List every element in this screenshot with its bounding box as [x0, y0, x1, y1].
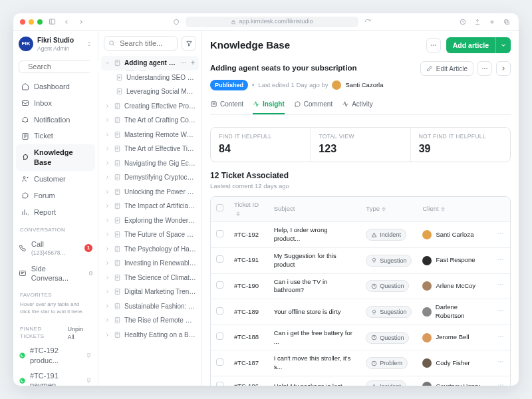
- row-more-icon[interactable]: [497, 229, 505, 237]
- tab-insight[interactable]: Insight: [253, 96, 285, 114]
- col-type[interactable]: Type: [360, 197, 417, 223]
- page-more[interactable]: [426, 38, 441, 53]
- tree-node[interactable]: The Rise of Remote Work: ...: [101, 313, 199, 328]
- tree-node[interactable]: The Impact of Artificial Inte...: [101, 199, 199, 213]
- tree-node[interactable]: Creating Effective Project...: [101, 99, 199, 114]
- file-icon: [114, 331, 121, 338]
- last-edited: Last edited 1 Day ago by: [258, 81, 328, 90]
- tree-search-input[interactable]: [118, 38, 173, 49]
- nav-inbox[interactable]: Inbox: [16, 95, 95, 112]
- nav-knowledge-base[interactable]: Knowledge Base: [16, 144, 95, 171]
- tree-node[interactable]: The Art of Crafting Compel...: [101, 113, 199, 128]
- unpin-icon[interactable]: [85, 377, 92, 384]
- tree-node[interactable]: Healthy Eating on a Budget...: [101, 328, 199, 342]
- file-icon: [114, 288, 121, 295]
- svg-rect-1: [232, 21, 235, 23]
- checkbox[interactable]: [216, 332, 223, 340]
- checkbox[interactable]: [216, 255, 223, 263]
- pinned-item[interactable]: #TC-192 produc...: [13, 343, 98, 368]
- row-more-icon[interactable]: [497, 281, 505, 289]
- filter-button[interactable]: [182, 36, 196, 51]
- nav-report[interactable]: Report: [16, 204, 95, 221]
- checkbox[interactable]: [216, 307, 223, 315]
- nav-forum[interactable]: Forum: [16, 188, 95, 204]
- row-more-icon[interactable]: [497, 307, 505, 315]
- unpin-all[interactable]: Unpin All: [68, 325, 91, 341]
- chevron-down-icon: [500, 42, 507, 49]
- article-more[interactable]: [477, 61, 492, 76]
- tree-node[interactable]: Investing in Renewable En...: [101, 256, 199, 271]
- tree-node[interactable]: Digital Marketing Trends fo...: [101, 285, 199, 299]
- tree-node[interactable]: The Science of Climate Ch...: [101, 271, 199, 285]
- reload-icon[interactable]: [362, 17, 373, 27]
- back-icon[interactable]: [61, 17, 72, 27]
- tree-node[interactable]: Unlocking the Power of Mi...: [101, 185, 199, 200]
- sidebar-toggle-icon[interactable]: [47, 17, 57, 27]
- table-row[interactable]: #TC-191My Suggestion for this productSug…: [211, 248, 510, 274]
- table-row[interactable]: #TC-192Help, I order wrong product...Inc…: [211, 222, 510, 248]
- nav-customer[interactable]: Customer: [16, 171, 95, 188]
- unpin-icon[interactable]: [85, 352, 92, 359]
- share-icon[interactable]: [458, 17, 468, 27]
- cell-client: Jerome Bell: [422, 333, 486, 342]
- stat-card: FIND IT HELPFULL84: [211, 128, 311, 162]
- dots-icon[interactable]: [180, 59, 187, 66]
- tree-node[interactable]: Adding agent sea...: [101, 56, 199, 70]
- table-row[interactable]: #TC-186Help! My package is lostIncidentC…: [211, 376, 510, 386]
- chevron-icon: [104, 317, 110, 323]
- row-more-icon[interactable]: [497, 381, 505, 386]
- tree-node[interactable]: Sustainable Fashion: Eco-F...: [101, 299, 199, 314]
- upload-icon[interactable]: [472, 17, 483, 27]
- conversation-item[interactable]: Call(123)45678...1: [13, 236, 98, 260]
- col-client[interactable]: Client: [417, 197, 491, 223]
- tree-node[interactable]: Understanding SEO and Its Imp...: [101, 70, 199, 85]
- checkbox[interactable]: [216, 358, 223, 366]
- tree-node[interactable]: Navigating the Gig Econom...: [101, 156, 199, 171]
- table-row[interactable]: #TC-189Your offline store is dirtySugest…: [211, 299, 510, 325]
- address-bar[interactable]: app.kirridesk.com/fikristudio: [186, 17, 358, 27]
- tree-node[interactable]: The Future of Space Explor...: [101, 227, 199, 242]
- tab-content[interactable]: Content: [210, 96, 243, 114]
- checkbox[interactable]: [216, 281, 223, 289]
- tree-node[interactable]: The Art of Effective Time M...: [101, 142, 199, 156]
- nav-ticket[interactable]: Ticket: [16, 128, 95, 144]
- add-article-button[interactable]: Add article: [446, 37, 511, 53]
- edit-article-button[interactable]: Edit Article: [420, 61, 473, 76]
- tree-node[interactable]: Demystifying Cryptocurre...: [101, 170, 199, 185]
- table-row[interactable]: #TC-188Can i get the free battery for ..…: [211, 325, 510, 351]
- tab-comment[interactable]: Comment: [294, 96, 332, 114]
- tree-node[interactable]: The Psychology of Happine...: [101, 242, 199, 257]
- tree-node[interactable]: Leveraging Social Media Adver...: [101, 84, 199, 99]
- svg-rect-6: [23, 101, 29, 106]
- checkbox[interactable]: [216, 230, 223, 237]
- tree-node[interactable]: Exploring the Wonders of T...: [101, 213, 199, 228]
- col-id[interactable]: Ticket ID: [229, 197, 269, 223]
- forward-icon[interactable]: [76, 17, 86, 27]
- tab-activity[interactable]: Activity: [342, 96, 373, 114]
- nav-dashboard[interactable]: Dashboard: [16, 78, 95, 95]
- copy-icon[interactable]: [501, 17, 512, 27]
- chevron-icon: [104, 332, 110, 338]
- wa-icon: [19, 352, 26, 359]
- row-more-icon[interactable]: [497, 332, 505, 340]
- pinned-item[interactable]: #TC-191 paymen...: [13, 368, 98, 386]
- row-more-icon[interactable]: [497, 358, 505, 366]
- chevron-icon: [104, 275, 110, 281]
- account-switcher[interactable]: FIK Fikri Studio Agent Admin: [19, 36, 92, 53]
- plus-icon[interactable]: [190, 59, 196, 66]
- article-next[interactable]: [496, 61, 511, 76]
- plus-icon[interactable]: [487, 17, 497, 27]
- status-badge: Published: [210, 80, 248, 90]
- client-avatar: [422, 307, 431, 317]
- tree-search[interactable]: [104, 36, 178, 51]
- tree-node[interactable]: Mastering Remote Work: P...: [101, 128, 199, 142]
- nav-notification[interactable]: Notification: [16, 112, 95, 128]
- conversation-item[interactable]: Side Conversa...0: [13, 261, 98, 287]
- checkbox[interactable]: [216, 382, 223, 386]
- table-row[interactable]: #TC-190Can i use the TV in bathroom?Ques…: [211, 274, 510, 300]
- row-more-icon[interactable]: [497, 255, 505, 263]
- checkbox-all[interactable]: [216, 204, 223, 211]
- table-row[interactable]: #TC-187I can't move this stroller, it's …: [211, 350, 510, 376]
- file-icon: [114, 116, 121, 124]
- sidebar-search[interactable]: ⌘ K: [19, 61, 92, 73]
